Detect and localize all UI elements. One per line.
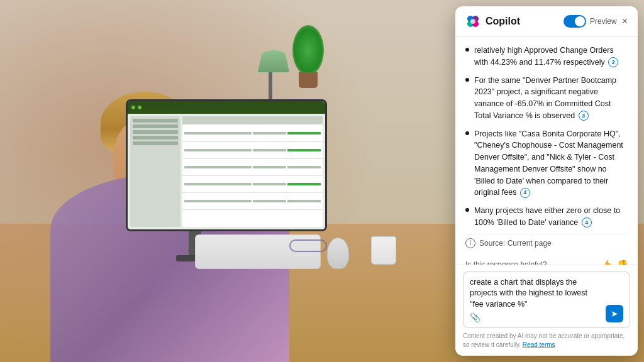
source-text: Source: Current page: [479, 239, 552, 248]
svg-point-4: [470, 19, 475, 24]
screen-table-row: [182, 125, 323, 142]
screen-sidebar: [130, 116, 180, 227]
info-icon: i: [465, 238, 475, 248]
ref-badge-4[interactable]: 4: [582, 217, 592, 228]
screen-table-row: [182, 142, 323, 159]
bullet-text-3: Projects like "Casa Bonita Corporate HQ"…: [474, 128, 628, 199]
plant-leaves: [292, 25, 324, 75]
response-bullet-list: relatively high Approved Change Orders w…: [465, 45, 628, 229]
copilot-title: Copilot: [486, 16, 520, 27]
ref-badge-1[interactable]: 2: [608, 57, 618, 67]
screen-content: [128, 114, 325, 229]
coffee-mug: [371, 236, 396, 265]
plant-pot: [299, 72, 318, 88]
screen-table-row: [182, 176, 323, 193]
ref-badge-3[interactable]: 4: [520, 188, 530, 198]
thumbs-up-icon[interactable]: 👍: [601, 260, 612, 265]
send-icon: ➤: [611, 309, 618, 319]
plant: [289, 25, 327, 88]
bullet-dot-1: [465, 48, 469, 52]
bullet-text-4: Many projects have either zero or close …: [474, 205, 628, 229]
copilot-logo-icon: [465, 14, 480, 29]
close-button[interactable]: ×: [622, 16, 628, 26]
bullet-dot-3: [465, 131, 469, 135]
screen-table-row: [182, 193, 323, 210]
screen-dot-2: [138, 106, 142, 109]
preview-label: Preview: [590, 17, 617, 26]
bullet-text-1: relatively high Approved Change Orders w…: [474, 45, 628, 69]
toggle-knob: [575, 16, 585, 26]
monitor: [126, 99, 327, 231]
copilot-content[interactable]: relatively high Approved Change Orders w…: [455, 37, 638, 265]
feedback-text: Is this response helpful?: [465, 260, 547, 265]
copilot-footer: create a chart that displays the project…: [455, 265, 638, 356]
screen-table-row: [182, 159, 323, 176]
input-content: create a chart that displays the project…: [470, 277, 602, 323]
monitor-screen: [128, 101, 325, 229]
input-text-content: create a chart that displays the project…: [470, 277, 602, 310]
disclaimer-link[interactable]: Read terms: [523, 341, 555, 348]
bullet-item-2: For the same "Denver Partner Bootcamp 20…: [465, 75, 628, 122]
attach-icon[interactable]: 📎: [470, 312, 480, 322]
bullet-text-2: For the same "Denver Partner Bootcamp 20…: [474, 75, 628, 122]
lamp-shade: [258, 50, 289, 72]
screen-table: [182, 125, 323, 227]
copilot-header-right: Preview ×: [564, 15, 628, 28]
disclaimer-text: Content created by AI may not be accurat…: [463, 332, 630, 349]
thumbs-down-icon[interactable]: 👎: [617, 260, 628, 265]
screen-main: [182, 116, 323, 227]
source-line: i Source: Current page: [465, 234, 628, 252]
send-button[interactable]: ➤: [606, 305, 623, 322]
feedback-icons: 👍 👎: [601, 260, 628, 265]
feedback-row: Is this response helpful? 👍 👎: [465, 257, 628, 265]
preview-toggle[interactable]: [564, 15, 586, 28]
bullet-dot-2: [465, 78, 469, 82]
screen-header: [128, 101, 325, 114]
preview-toggle-area: Preview: [564, 15, 617, 28]
ref-badge-2[interactable]: 3: [579, 111, 589, 121]
screen-dot: [131, 106, 135, 109]
bullet-item-1: relatively high Approved Change Orders w…: [465, 45, 628, 69]
bullet-item-3: Projects like "Casa Bonita Corporate HQ"…: [465, 128, 628, 199]
input-area[interactable]: create a chart that displays the project…: [463, 272, 630, 329]
bullet-dot-4: [465, 208, 469, 212]
screen-row: [182, 116, 323, 124]
mouse: [327, 238, 349, 269]
glasses: [289, 239, 327, 252]
input-icons-row: 📎: [470, 312, 602, 322]
copilot-logo-area: Copilot: [465, 14, 520, 29]
bullet-item-4: Many projects have either zero or close …: [465, 205, 628, 229]
copilot-panel: Copilot Preview × relatively high Approv…: [455, 6, 638, 356]
copilot-header: Copilot Preview ×: [455, 6, 638, 37]
